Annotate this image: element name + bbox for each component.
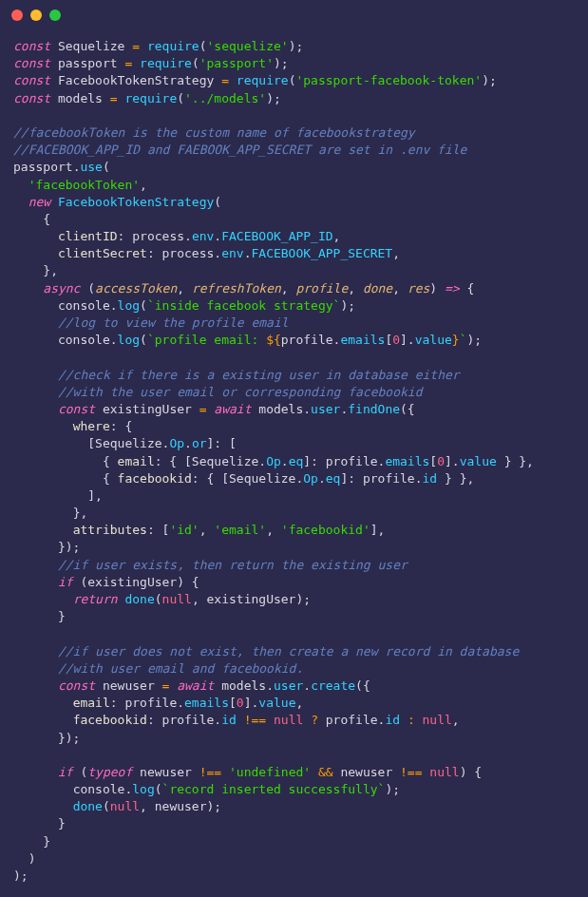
identifier: profile [326, 454, 378, 468]
comment: //facebookToken is the custom name of fa… [13, 125, 415, 140]
string: ` [460, 333, 467, 347]
comment: //with the user email or corresponding f… [58, 385, 423, 399]
string: '../models' [184, 91, 266, 105]
keyword: new [28, 195, 50, 209]
comment: //log to view the profile email [58, 315, 289, 330]
function: require [140, 56, 192, 70]
function: create [311, 678, 355, 693]
minimize-icon[interactable] [30, 10, 42, 21]
interp-open: ${ [266, 333, 281, 347]
number: 0 [392, 333, 400, 347]
function: FacebookTokenStrategy [58, 195, 214, 209]
operator: = [132, 39, 140, 53]
comment: //with user email and facebookid. [58, 661, 303, 676]
function: require [237, 73, 289, 87]
property: email [118, 454, 155, 468]
property: or [192, 436, 207, 450]
function: log [118, 298, 140, 313]
string: `profile email: [147, 333, 266, 347]
identifier: models [58, 91, 103, 105]
null: null [110, 799, 140, 813]
code-block: const Sequelize = require('sequelize'); … [0, 30, 588, 897]
function: done [73, 799, 103, 813]
function: require [124, 91, 177, 105]
property: Op [169, 436, 184, 450]
property: emails [385, 454, 429, 468]
identifier: existingUser [207, 592, 296, 606]
function: use [80, 160, 102, 174]
string: 'id' [169, 523, 199, 537]
null: null [162, 592, 192, 606]
function: log [118, 333, 140, 347]
keyword: const [58, 402, 95, 416]
property: FACEBOOK_APP_SECRET [251, 246, 392, 260]
null: null [423, 713, 452, 727]
number: 0 [437, 454, 445, 468]
property: user [311, 402, 340, 416]
keyword: const [13, 73, 50, 87]
null: null [429, 765, 459, 779]
property: id [221, 713, 237, 727]
comment: //FACEBOOK_APP_ID and FAEBOOK_APP_SECRET… [13, 143, 466, 157]
property: attributes [73, 523, 147, 537]
null: null [274, 713, 303, 727]
identifier: process [162, 246, 215, 260]
property: id [423, 471, 438, 486]
property: env [192, 229, 214, 243]
identifier: profile [281, 333, 333, 347]
property: Op [303, 471, 318, 486]
property: FACEBOOK_APP_ID [221, 229, 332, 243]
string: 'passport-facebook-token' [295, 73, 482, 87]
identifier: existingUser [103, 402, 192, 416]
keyword: async [43, 281, 80, 296]
property: user [274, 678, 303, 693]
identifier: newuser [140, 765, 192, 779]
window-titlebar [0, 0, 588, 30]
identifier: passport [13, 160, 73, 174]
function: findOne [348, 402, 400, 416]
property: value [415, 333, 452, 347]
identifier: Sequelize [58, 39, 124, 53]
identifier: console [58, 333, 110, 347]
property: facebookid [73, 713, 147, 727]
identifier: console [58, 298, 110, 313]
string: 'undefined' [229, 765, 311, 779]
property: env [221, 246, 243, 260]
string: 'facebookToken' [28, 178, 140, 192]
string: 'sequelize' [207, 39, 289, 53]
parameter: accessToken [95, 281, 177, 296]
keyword: if [58, 765, 73, 779]
property: emails [184, 696, 229, 710]
close-icon[interactable] [11, 10, 23, 21]
string: 'facebookid' [281, 523, 370, 537]
function: log [132, 782, 154, 796]
interp-close: } [452, 333, 460, 347]
property: Op [266, 454, 281, 468]
string: 'email' [214, 523, 266, 537]
identifier: profile [162, 713, 215, 727]
keyword: const [13, 39, 50, 53]
identifier: profile [363, 471, 415, 486]
property: value [258, 696, 295, 710]
zoom-icon[interactable] [49, 10, 61, 21]
property: where [73, 419, 110, 433]
identifier: process [132, 229, 184, 243]
keyword: if [58, 575, 73, 589]
identifier: Sequelize [192, 454, 258, 468]
string: 'passport' [199, 56, 274, 70]
property: value [460, 454, 497, 468]
string: `inside facebook strategy` [147, 298, 341, 313]
parameter: done [363, 281, 392, 296]
keyword: return [73, 592, 118, 606]
comment: //if user does not exist, then create a … [58, 644, 519, 658]
parameter: refreshToken [192, 281, 281, 296]
identifier: newuser [340, 765, 392, 779]
property: facebookid [118, 471, 192, 486]
identifier: passport [58, 56, 118, 70]
number: 0 [237, 696, 244, 710]
arrow: => [445, 281, 460, 296]
property: emails [340, 333, 385, 347]
identifier: models [258, 402, 303, 416]
function: done [124, 592, 154, 606]
identifier: Sequelize [229, 471, 295, 486]
